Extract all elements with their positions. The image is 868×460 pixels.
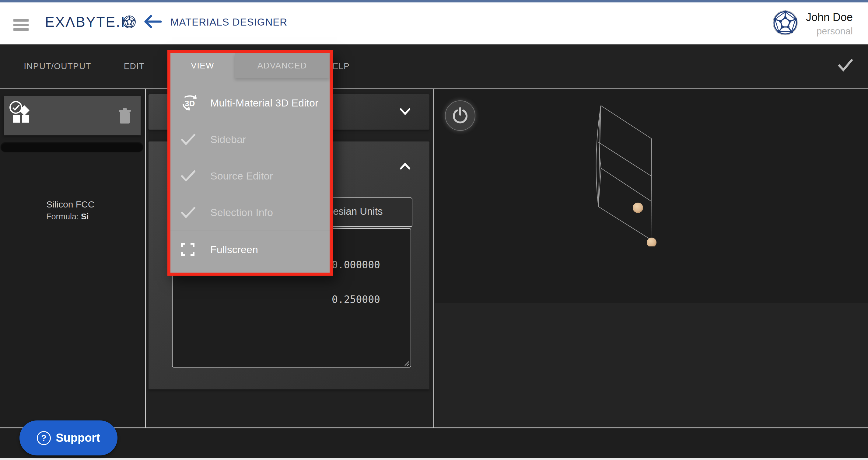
material-set-icon — [9, 100, 31, 125]
sidebar-scrollbar[interactable] — [1, 142, 143, 152]
user-name: John Doe — [806, 11, 853, 24]
menu-item-label: Selection Info — [210, 206, 273, 219]
user-account: personal — [816, 26, 853, 37]
coordinate-line: 0.000000 — [332, 259, 380, 271]
check-icon — [181, 134, 196, 145]
dropdown-tab-advanced[interactable]: ADVANCED — [235, 53, 330, 78]
coordinate-line: 0.250000 — [332, 294, 380, 305]
page-title: MATERIALS DESIGNER — [170, 16, 287, 28]
top-accent-strip — [0, 0, 868, 2]
atom-sphere[interactable] — [647, 238, 656, 247]
power-icon — [452, 107, 468, 124]
menu-item-source-editor[interactable]: Source Editor — [170, 158, 330, 194]
chevron-up-icon[interactable] — [399, 162, 411, 171]
menubar: INPUT/OUTPUT EDIT VIEW ADVANCED HELP — [0, 44, 868, 89]
menu-item-multi-material-3d-editor[interactable]: 3D Multi-Material 3D Editor — [170, 85, 330, 121]
menu-item-label: Fullscreen — [210, 244, 258, 256]
crystal-wireframe[interactable] — [587, 100, 657, 247]
hamburger-menu-icon[interactable] — [13, 19, 29, 31]
brand-logo-text[interactable]: EXΛBYTE.I — [45, 13, 126, 30]
basis-coordinates-text: 0.000000 0.250000 — [332, 236, 380, 329]
menu-item-selection-info[interactable]: Selection Info — [170, 194, 330, 231]
check-icon — [181, 206, 196, 218]
units-toggle-label: tesian Units — [330, 206, 382, 217]
menu-item-label: Source Editor — [210, 170, 273, 182]
check-icon — [181, 170, 196, 182]
resize-handle-icon[interactable] — [404, 360, 410, 366]
avatar[interactable] — [772, 10, 798, 36]
app-header: EXΛBYTE.I MATERIALS DESIGNER — [0, 2, 868, 44]
viewer-bottom-area — [435, 303, 868, 427]
materials-sidebar — [0, 89, 146, 427]
rotate-3d-icon: 3D — [181, 93, 200, 112]
view-menu-dropdown: VIEW ADVANCED 3D Multi-Material 3D Edito… — [167, 50, 333, 276]
menu-item-sidebar[interactable]: Sidebar — [170, 121, 330, 158]
help-question-icon: ? — [37, 431, 51, 445]
brand-fullerene-icon — [123, 15, 136, 29]
power-button[interactable] — [445, 100, 475, 131]
menu-item-fullscreen[interactable]: Fullscreen — [170, 231, 330, 268]
back-arrow-icon[interactable] — [143, 14, 162, 29]
hamburger-bar — [13, 28, 29, 31]
material-title: Silicon FCC — [46, 199, 94, 209]
bottom-strip — [0, 458, 868, 460]
hamburger-bar — [13, 24, 29, 26]
atom-sphere[interactable] — [633, 203, 643, 213]
support-label: Support — [56, 431, 100, 445]
materials-designer-app: EXΛBYTE.I MATERIALS DESIGNER — [0, 0, 868, 460]
dropdown-tab-view[interactable]: VIEW — [170, 53, 235, 78]
material-formula: Formula: Si — [46, 212, 89, 222]
material-list-item[interactable]: Silicon FCC Formula: Si — [4, 96, 141, 135]
tab-input-output[interactable]: INPUT/OUTPUT — [24, 44, 91, 88]
footer-bar — [0, 428, 868, 458]
support-button[interactable]: ? Support — [20, 421, 118, 455]
user-block[interactable]: John Doe personal — [806, 11, 853, 37]
hamburger-bar — [13, 19, 29, 22]
menu-item-label: Sidebar — [210, 134, 246, 145]
svg-text:3D: 3D — [185, 99, 195, 108]
menu-item-label: Multi-Material 3D Editor — [210, 97, 318, 109]
accept-check-icon[interactable] — [838, 58, 854, 72]
formula-value: Si — [81, 212, 89, 221]
fullscreen-icon — [181, 242, 195, 257]
trash-icon[interactable] — [118, 108, 131, 125]
formula-label: Formula: — [46, 212, 81, 221]
tab-edit[interactable]: EDIT — [124, 44, 145, 88]
chevron-down-icon[interactable] — [399, 107, 411, 116]
